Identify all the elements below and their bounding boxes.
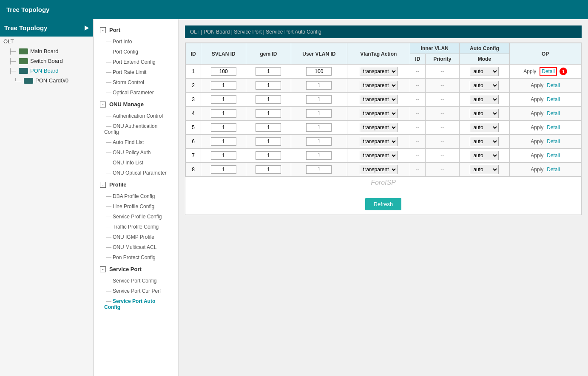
detail-button[interactable]: Detail: [547, 124, 560, 130]
cell-user-vlan-id: [291, 93, 347, 107]
apply-button[interactable]: Apply: [531, 167, 543, 172]
apply-button[interactable]: Apply: [531, 139, 543, 144]
nav-onu-optical-parameter[interactable]: └─ONU Optical Parameter: [94, 168, 178, 178]
input-gem-id[interactable]: [256, 95, 281, 104]
nav-onu-multicast-acl[interactable]: └─ONU Multicast ACL: [94, 242, 178, 252]
nav-port-rate-limit[interactable]: └─Port Rate Limit: [94, 67, 178, 77]
input-svlan-id[interactable]: [211, 137, 236, 146]
cell-op: ApplyDetail: [510, 93, 581, 107]
select-vlantag-action[interactable]: transparenttranslatestacking: [360, 109, 398, 118]
input-user-vlan-id[interactable]: [306, 95, 332, 104]
nav-service-port-auto-config[interactable]: └─Service Port Auto Config: [94, 296, 178, 312]
section-port[interactable]: - Port: [94, 23, 178, 37]
cell-gem-id: [246, 163, 291, 177]
input-gem-id[interactable]: [256, 67, 281, 76]
select-mode[interactable]: automanual: [470, 109, 499, 118]
apply-button[interactable]: Apply: [523, 68, 536, 74]
nav-line-profile[interactable]: └─Line Profile Config: [94, 201, 178, 212]
input-gem-id[interactable]: [256, 137, 281, 146]
select-vlantag-action[interactable]: transparenttranslatestacking: [360, 81, 398, 90]
detail-button[interactable]: Detail: [547, 167, 560, 172]
detail-button[interactable]: Detail: [547, 153, 560, 158]
sidebar-collapse-icon[interactable]: [85, 25, 89, 31]
nav-onu-info-list[interactable]: └─ONU Info List: [94, 158, 178, 168]
select-vlantag-action[interactable]: transparenttranslatestacking: [360, 95, 398, 104]
input-svlan-id[interactable]: [211, 109, 236, 118]
nav-auto-find-list[interactable]: └─Auto Find List: [94, 137, 178, 147]
nav-onu-igmp-profile[interactable]: └─ONU IGMP Profile: [94, 232, 178, 242]
input-gem-id[interactable]: [256, 165, 281, 174]
nav-storm-control[interactable]: └─Storm Control: [94, 77, 178, 88]
sidebar-item-olt[interactable]: OLT: [0, 37, 93, 46]
input-svlan-id[interactable]: [211, 81, 236, 90]
section-service-port[interactable]: - Service Port: [94, 263, 178, 276]
nav-pon-protect-config[interactable]: └─Pon Protect Config: [94, 252, 178, 263]
input-svlan-id[interactable]: [211, 67, 236, 76]
detail-button[interactable]: Detail: [547, 82, 560, 88]
select-mode[interactable]: automanual: [470, 95, 499, 104]
nav-auth-control[interactable]: └─Authentication Control: [94, 111, 178, 121]
section-toggle-service-port[interactable]: -: [100, 266, 106, 272]
nav-port-extend-config[interactable]: └─Port Extend Config: [94, 57, 178, 67]
refresh-button[interactable]: Refresh: [365, 198, 402, 210]
table-wrapper: ID SVLAN ID gem ID User VLAN ID VlanTag …: [185, 42, 582, 215]
nav-onu-policy-auth[interactable]: └─ONU Policy Auth: [94, 147, 178, 158]
detail-button[interactable]: Detail: [547, 110, 560, 116]
input-svlan-id[interactable]: [211, 151, 236, 160]
nav-service-port-config[interactable]: └─Service Port Config: [94, 276, 178, 286]
nav-traffic-profile[interactable]: └─Traffic Profile Config: [94, 222, 178, 232]
select-vlantag-action[interactable]: transparenttranslatestacking: [360, 137, 398, 146]
apply-button[interactable]: Apply: [531, 110, 543, 116]
cell-op: ApplyDetail: [510, 79, 581, 93]
input-svlan-id[interactable]: [211, 123, 236, 132]
input-gem-id[interactable]: [256, 123, 281, 132]
input-user-vlan-id[interactable]: [306, 151, 332, 160]
select-vlantag-action[interactable]: transparenttranslatestacking: [360, 151, 398, 160]
sidebar-item-poncard[interactable]: └─ PON Card0/0: [0, 76, 93, 85]
input-user-vlan-id[interactable]: [306, 109, 332, 118]
input-user-vlan-id[interactable]: [306, 81, 332, 90]
input-user-vlan-id[interactable]: [306, 137, 332, 146]
detail-button[interactable]: Detail: [547, 96, 560, 102]
input-gem-id[interactable]: [256, 81, 281, 90]
sidebar-item-switchboard[interactable]: ├─ Switch Board: [0, 56, 93, 66]
apply-button[interactable]: Apply: [531, 82, 543, 88]
select-mode[interactable]: automanual: [470, 151, 499, 160]
nav-service-profile[interactable]: └─Service Profile Config: [94, 212, 178, 222]
select-mode[interactable]: automanual: [470, 137, 499, 146]
section-toggle-port[interactable]: -: [100, 27, 106, 33]
select-mode[interactable]: automanual: [470, 123, 499, 132]
apply-button[interactable]: Apply: [531, 124, 543, 130]
input-gem-id[interactable]: [256, 109, 281, 118]
section-toggle-onu[interactable]: -: [100, 102, 106, 107]
select-vlantag-action[interactable]: transparenttranslatestacking: [360, 67, 398, 76]
section-toggle-profile[interactable]: -: [100, 182, 106, 188]
nav-port-config[interactable]: └─Port Config: [94, 47, 178, 57]
detail-button[interactable]: Detail: [547, 139, 560, 144]
nav-dba-profile[interactable]: └─DBA Profile Config: [94, 191, 178, 201]
input-user-vlan-id[interactable]: [306, 165, 332, 174]
select-mode[interactable]: automanual: [470, 67, 499, 76]
input-gem-id[interactable]: [256, 151, 281, 160]
input-svlan-id[interactable]: [211, 95, 236, 104]
apply-button[interactable]: Apply: [531, 153, 543, 158]
select-vlantag-action[interactable]: transparenttranslatestacking: [360, 165, 398, 174]
select-mode[interactable]: automanual: [470, 165, 499, 174]
select-mode[interactable]: automanual: [470, 81, 499, 90]
section-onu-manage[interactable]: - ONU Manage: [94, 98, 178, 111]
nav-service-port-cur-perf[interactable]: └─Service Port Cur Perf: [94, 286, 178, 296]
sidebar-item-mainboard[interactable]: ├─ Main Board: [0, 46, 93, 56]
nav-optical-parameter[interactable]: └─Optical Parameter: [94, 88, 178, 98]
select-vlantag-action[interactable]: transparenttranslatestacking: [360, 123, 398, 132]
apply-button[interactable]: Apply: [531, 96, 543, 102]
nav-port-info[interactable]: └─Port Info: [94, 37, 178, 47]
input-svlan-id[interactable]: [211, 165, 236, 174]
table-row: 7transparenttranslatestacking----automan…: [186, 149, 581, 163]
section-profile[interactable]: - Profile: [94, 178, 178, 191]
nav-onu-auth-config[interactable]: └─ONU Authentication Config: [94, 121, 178, 137]
detail-button[interactable]: Detail: [540, 67, 557, 76]
cell-mode: automanual: [459, 79, 509, 93]
sidebar-item-ponboard[interactable]: ├─ PON Board: [0, 66, 93, 76]
input-user-vlan-id[interactable]: [306, 67, 332, 76]
input-user-vlan-id[interactable]: [306, 123, 332, 132]
